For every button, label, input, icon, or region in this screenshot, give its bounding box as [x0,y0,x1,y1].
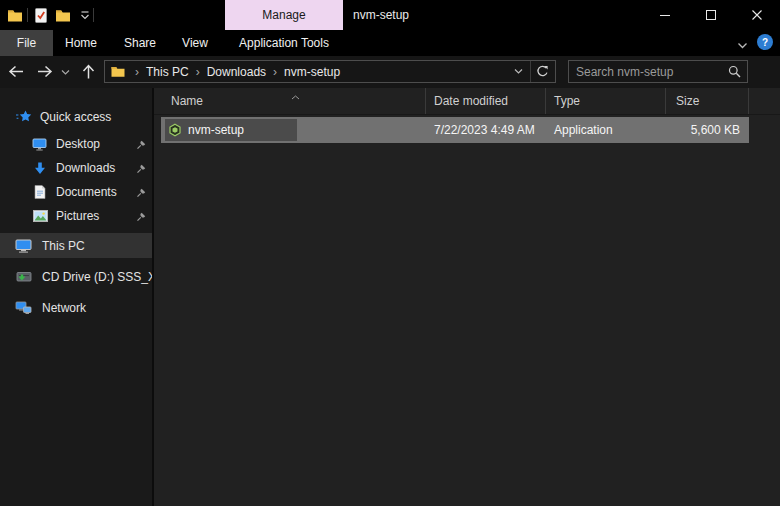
column-label: Name [171,94,203,108]
file-date-modified: 7/22/2023 4:49 AM [434,117,535,143]
qat-separator [27,8,28,22]
address-folder-icon [111,66,125,77]
this-pc-icon [15,239,32,253]
explorer-folder-icon[interactable] [6,7,24,23]
search-box [568,60,748,83]
navigation-pane: Quick access Desktop Downloads Doc [0,88,152,506]
sidebar-item-label: Pictures [56,209,99,223]
window-title: nvm-setup [353,0,409,30]
nvm-setup-app-icon [168,123,182,137]
recent-locations-chevron-icon[interactable] [61,69,70,76]
manage-contextual-group[interactable]: Manage [225,0,343,30]
tab-home[interactable]: Home [58,30,104,56]
file-row-nvm-setup[interactable]: nvm-setup 7/22/2023 4:49 AM Application … [154,117,780,144]
file-type: Application [554,117,613,143]
pin-icon[interactable] [136,139,147,150]
file-size: 5,600 KB [691,117,740,143]
expand-ribbon-chevron-icon[interactable] [737,39,748,53]
manage-label: Manage [262,8,305,22]
sidebar-item-label: Network [42,301,86,315]
tab-application-tools[interactable]: Application Tools [225,30,343,56]
breadcrumb-this-pc[interactable]: This PC [144,65,191,79]
file-list-pane: Name Date modified Type Size nvm-setup 7… [154,88,780,506]
column-header-name[interactable]: Name [154,88,426,114]
sidebar-item-label: Documents [56,185,117,199]
navigation-bar: › This PC › Downloads › nvm-setup [0,56,780,88]
sort-ascending-chevron-icon [291,89,300,103]
sidebar-item-network[interactable]: Network [0,295,152,320]
search-icon[interactable] [728,65,741,78]
sidebar-item-label: CD Drive (D:) SSS_X64 [42,270,152,284]
customize-quick-access-icon[interactable] [76,7,94,23]
sidebar-item-cd-drive[interactable]: CD Drive (D:) SSS_X64 [0,264,152,289]
new-folder-icon[interactable] [54,7,72,23]
title-bar: Manage nvm-setup [0,0,780,30]
breadcrumb-nvm-setup[interactable]: nvm-setup [282,65,342,79]
pin-icon[interactable] [136,187,147,198]
column-header-date-modified[interactable]: Date modified [426,88,546,114]
close-button[interactable] [734,0,780,30]
column-label: Type [554,94,580,108]
pin-icon[interactable] [136,163,147,174]
breadcrumb-downloads[interactable]: Downloads [205,65,268,79]
sidebar-item-quick-access[interactable]: Quick access [0,104,152,130]
sidebar-item-label: Quick access [40,110,111,124]
breadcrumb-separator: › [191,65,205,79]
up-icon[interactable] [81,63,96,80]
qat-separator [93,8,94,22]
file-name: nvm-setup [188,117,244,143]
network-icon [15,301,32,315]
breadcrumb-separator: › [130,65,144,79]
column-label: Size [676,94,699,108]
minimize-button[interactable] [642,0,688,30]
tab-view[interactable]: View [172,30,218,56]
downloads-icon [33,162,47,175]
back-icon[interactable] [7,64,25,79]
file-explorer-window: Manage nvm-setup File Home Share View Ap… [0,0,780,506]
help-glyph: ? [762,37,768,48]
ribbon-tab-row: File Home Share View Application Tools ? [0,30,780,56]
column-header-size[interactable]: Size [666,88,749,114]
search-input[interactable] [569,65,728,79]
forward-icon[interactable] [36,64,54,79]
address-divider [530,61,531,82]
sidebar-item-this-pc[interactable]: This PC [0,233,152,258]
sidebar-item-label: This PC [42,239,85,253]
sidebar-item-desktop[interactable]: Desktop [0,132,152,156]
address-bar[interactable]: › This PC › Downloads › nvm-setup [104,60,556,83]
desktop-icon [32,138,47,151]
column-header-type[interactable]: Type [546,88,666,114]
sidebar-item-downloads[interactable]: Downloads [0,156,152,180]
pictures-icon [33,210,48,222]
sidebar-item-label: Downloads [56,161,115,175]
breadcrumb-separator: › [268,65,282,79]
column-label: Date modified [434,94,508,108]
sidebar-item-label: Desktop [56,137,100,151]
help-icon[interactable]: ? [757,34,773,50]
tab-file[interactable]: File [0,30,53,56]
sidebar-item-pictures[interactable]: Pictures [0,204,152,228]
column-headers: Name Date modified Type Size [154,88,780,115]
tab-share[interactable]: Share [116,30,164,56]
refresh-icon[interactable] [534,65,555,78]
maximize-button[interactable] [688,0,734,30]
pin-icon[interactable] [136,211,147,222]
documents-icon [34,185,46,199]
sidebar-item-documents[interactable]: Documents [0,180,152,204]
quick-access-star-icon [16,110,33,124]
address-dropdown-chevron-icon[interactable] [510,68,527,75]
cd-drive-icon [16,270,32,283]
properties-icon[interactable] [32,7,50,23]
